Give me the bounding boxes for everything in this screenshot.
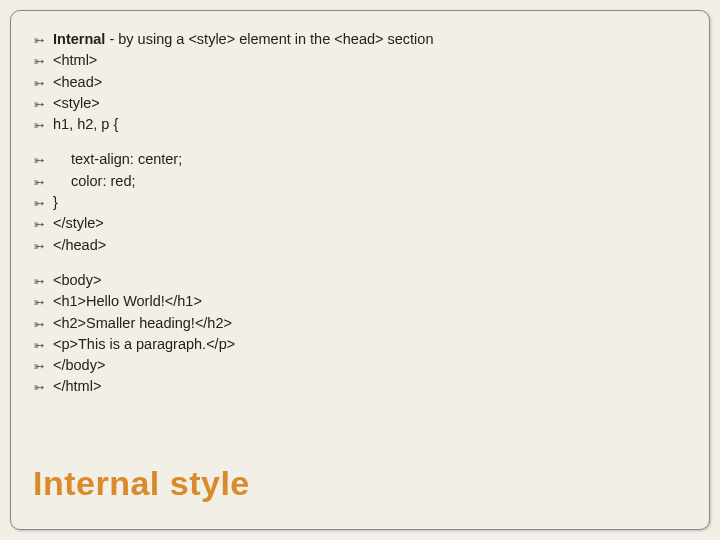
list-item-text: <html>: [53, 50, 687, 71]
list-item-text: <head>: [53, 72, 687, 93]
slide-content: ➳ Internal - by using a <style> element …: [33, 29, 687, 398]
list-item: ➳ </html>: [33, 376, 687, 397]
bullet-icon: ➳: [33, 192, 53, 213]
list-item: ➳ <p>This is a paragraph.</p>: [33, 334, 687, 355]
bullet-icon: ➳: [33, 114, 53, 135]
slide-title: Internal style: [33, 464, 250, 503]
list-item: ➳ <h2>Smaller heading!</h2>: [33, 313, 687, 334]
bullet-group-2: ➳ text-align: center; ➳ color: red; ➳ } …: [33, 149, 687, 255]
list-item-text: }: [53, 192, 687, 213]
list-item: ➳ <head>: [33, 72, 687, 93]
list-item: ➳ <html>: [33, 50, 687, 71]
list-item: ➳ </head>: [33, 235, 687, 256]
list-item-text: <style>: [53, 93, 687, 114]
list-item-text: </html>: [53, 376, 687, 397]
bullet-group-1: ➳ Internal - by using a <style> element …: [33, 29, 687, 135]
bullet-icon: ➳: [33, 50, 53, 71]
list-item: ➳ h1, h2, p {: [33, 114, 687, 135]
bullet-group-3: ➳ <body> ➳ <h1>Hello World!</h1> ➳ <h2>S…: [33, 270, 687, 398]
list-item: ➳ text-align: center;: [33, 149, 687, 170]
bullet-icon: ➳: [33, 355, 53, 376]
bold-text: Internal: [53, 31, 105, 47]
list-item: ➳ <body>: [33, 270, 687, 291]
bullet-icon: ➳: [33, 93, 53, 114]
list-item-text: <body>: [53, 270, 687, 291]
bullet-icon: ➳: [33, 235, 53, 256]
list-item: ➳ Internal - by using a <style> element …: [33, 29, 687, 50]
list-item: ➳ }: [33, 192, 687, 213]
bullet-icon: ➳: [33, 72, 53, 93]
bullet-icon: ➳: [33, 376, 53, 397]
list-item: ➳ <style>: [33, 93, 687, 114]
bullet-icon: ➳: [33, 171, 53, 192]
list-item: ➳ <h1>Hello World!</h1>: [33, 291, 687, 312]
list-item-text: <h2>Smaller heading!</h2>: [53, 313, 687, 334]
list-item: ➳ </body>: [33, 355, 687, 376]
bullet-icon: ➳: [33, 213, 53, 234]
bullet-icon: ➳: [33, 29, 53, 50]
list-item-text: </head>: [53, 235, 687, 256]
list-item-text: </body>: [53, 355, 687, 376]
bullet-icon: ➳: [33, 149, 53, 170]
list-item-text: color: red;: [53, 171, 687, 192]
list-item-text: h1, h2, p {: [53, 114, 687, 135]
bullet-icon: ➳: [33, 270, 53, 291]
list-item: ➳ </style>: [33, 213, 687, 234]
list-item-text: </style>: [53, 213, 687, 234]
list-item-text: text-align: center;: [53, 149, 687, 170]
slide-container: ➳ Internal - by using a <style> element …: [10, 10, 710, 530]
bullet-icon: ➳: [33, 334, 53, 355]
rest-text: - by using a <style> element in the <hea…: [105, 31, 433, 47]
list-item-text: <h1>Hello World!</h1>: [53, 291, 687, 312]
list-item-text: <p>This is a paragraph.</p>: [53, 334, 687, 355]
list-item: ➳ color: red;: [33, 171, 687, 192]
bullet-icon: ➳: [33, 291, 53, 312]
list-item-text: Internal - by using a <style> element in…: [53, 29, 687, 50]
bullet-icon: ➳: [33, 313, 53, 334]
